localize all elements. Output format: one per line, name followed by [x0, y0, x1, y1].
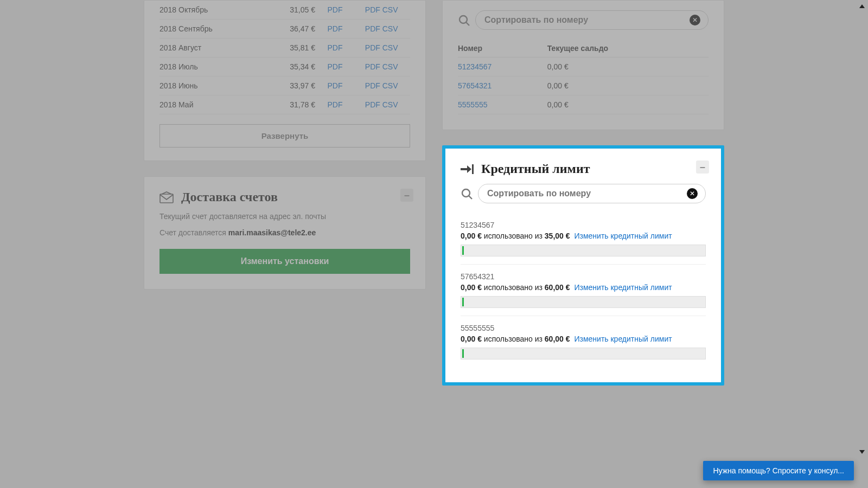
table-row: 576543210,00 €: [458, 76, 709, 95]
mail-icon: [159, 191, 174, 203]
credit-item: 576543210,00 € использовано из 60,00 € И…: [461, 265, 706, 316]
page-root: 2018 Октябрь31,05 €PDFPDF CSV2018 Сентяб…: [0, 0, 868, 444]
invoice-pdf2-link[interactable]: PDF: [365, 43, 380, 52]
balance-number-link[interactable]: 51234567: [458, 62, 492, 71]
table-row: 2018 Октябрь31,05 €PDFPDF CSV: [159, 1, 410, 20]
change-settings-button[interactable]: Изменить установки: [159, 249, 410, 274]
invoice-amount: 35,81 €: [290, 38, 327, 57]
credit-limit-card: – Кредитный лимит: [442, 145, 724, 386]
credit-progress: [461, 348, 706, 359]
change-credit-limit-link[interactable]: Изменить кредитный лимит: [574, 335, 672, 343]
invoice-csv-link[interactable]: CSV: [382, 81, 398, 90]
table-row: 55555550,00 €: [458, 95, 709, 114]
balance-value: 0,00 €: [547, 57, 709, 76]
svg-rect-0: [160, 194, 173, 203]
invoice-csv-link[interactable]: CSV: [382, 24, 398, 33]
invoice-pdf2-link[interactable]: PDF: [365, 24, 380, 33]
search-icon: [461, 188, 473, 200]
invoice-pdf-link[interactable]: PDF: [328, 62, 343, 71]
invoice-period: 2018 Октябрь: [159, 1, 290, 20]
invoice-pdf-link[interactable]: PDF: [328, 5, 343, 14]
help-widget[interactable]: Нужна помощь? Спросите у консул...: [703, 461, 854, 480]
credit-item-line: 0,00 € использовано из 60,00 € Изменить …: [461, 283, 706, 292]
credit-item-line: 0,00 € использовано из 60,00 € Изменить …: [461, 335, 706, 343]
change-credit-limit-link[interactable]: Изменить кредитный лимит: [574, 232, 672, 240]
table-row: 2018 Июнь33,97 €PDFPDF CSV: [159, 76, 410, 95]
credit-item: 512345670,00 € использовано из 35,00 € И…: [461, 213, 706, 265]
balance-value: 0,00 €: [547, 95, 709, 114]
credit-item-number: 55555555: [461, 324, 706, 332]
invoice-amount: 31,78 €: [290, 95, 327, 114]
search-icon: [458, 14, 470, 26]
invoice-pdf2-link[interactable]: PDF: [365, 100, 380, 109]
credit-item: 555555550,00 € использовано из 60,00 € И…: [461, 316, 706, 367]
invoice-period: 2018 Май: [159, 95, 290, 114]
invoice-card: 2018 Октябрь31,05 €PDFPDF CSV2018 Сентяб…: [144, 0, 426, 161]
invoice-pdf-link[interactable]: PDF: [328, 100, 343, 109]
invoice-period: 2018 Август: [159, 38, 290, 57]
invoice-pdf2-link[interactable]: PDF: [365, 62, 380, 71]
credit-item-number: 57654321: [461, 272, 706, 281]
clear-icon[interactable]: ✕: [687, 188, 698, 199]
table-row: 2018 Сентябрь36,47 €PDFPDF CSV: [159, 20, 410, 38]
table-row: 512345670,00 €: [458, 57, 709, 76]
invoice-csv-link[interactable]: CSV: [382, 100, 398, 109]
balance-table: Номер Текущее сальдо 512345670,00 €57654…: [458, 40, 709, 114]
svg-rect-2: [472, 164, 474, 174]
scroll-down-button[interactable]: [857, 447, 867, 457]
balance-head-bal: Текущее сальдо: [547, 40, 709, 57]
balance-number-link[interactable]: 57654321: [458, 81, 492, 90]
invoice-pdf-link[interactable]: PDF: [328, 24, 343, 33]
invoice-period: 2018 Июнь: [159, 76, 290, 95]
credit-item-number: 51234567: [461, 221, 706, 229]
invoice-csv-link[interactable]: CSV: [382, 5, 398, 14]
invoice-csv-link[interactable]: CSV: [382, 62, 398, 71]
credit-progress: [461, 296, 706, 308]
delivery-title: Доставка счетов: [181, 190, 278, 204]
balance-search-input[interactable]: [483, 15, 681, 25]
balance-card: ✕ Номер Текущее сальдо 512345670,00 €576…: [442, 0, 724, 130]
credit-search-input[interactable]: [486, 188, 679, 199]
table-row: 2018 Май31,78 €PDFPDF CSV: [159, 95, 410, 114]
delivery-card: – Доставка счетов Текущий счет доставляе…: [144, 176, 426, 290]
balance-number-link[interactable]: 5555555: [458, 100, 488, 109]
delivery-line2: Счет доставляется mari.maasikas@tele2.ee: [159, 228, 410, 237]
credit-title: Кредитный лимит: [481, 162, 590, 176]
collapse-toggle[interactable]: –: [696, 160, 709, 174]
delivery-line2-prefix: Счет доставляется: [159, 228, 228, 237]
invoice-amount: 33,97 €: [290, 76, 327, 95]
invoice-csv-link[interactable]: CSV: [382, 43, 398, 52]
scroll-up-button[interactable]: [857, 1, 867, 11]
invoice-pdf2-link[interactable]: PDF: [365, 81, 380, 90]
clear-icon[interactable]: ✕: [690, 15, 700, 25]
credit-search[interactable]: ✕: [478, 184, 706, 203]
invoice-period: 2018 Июль: [159, 57, 290, 76]
expand-button[interactable]: Развернуть: [159, 124, 410, 147]
invoice-pdf-link[interactable]: PDF: [328, 43, 343, 52]
invoice-table: 2018 Октябрь31,05 €PDFPDF CSV2018 Сентяб…: [159, 1, 410, 114]
credit-item-line: 0,00 € использовано из 35,00 € Изменить …: [461, 232, 706, 240]
arrow-to-bar-icon: [461, 164, 474, 175]
svg-point-1: [459, 16, 467, 23]
balance-head-num: Номер: [458, 40, 547, 57]
table-row: 2018 Август35,81 €PDFPDF CSV: [159, 38, 410, 57]
table-row: 2018 Июль35,34 €PDFPDF CSV: [159, 57, 410, 76]
invoice-pdf-link[interactable]: PDF: [328, 81, 343, 90]
left-column: 2018 Октябрь31,05 €PDFPDF CSV2018 Сентяб…: [144, 0, 426, 305]
change-credit-limit-link[interactable]: Изменить кредитный лимит: [574, 283, 672, 292]
credit-progress: [461, 245, 706, 256]
balance-search[interactable]: ✕: [475, 10, 709, 30]
right-column: ✕ Номер Текущее сальдо 512345670,00 €576…: [442, 0, 724, 401]
collapse-toggle[interactable]: –: [400, 189, 413, 202]
invoice-pdf2-link[interactable]: PDF: [365, 5, 380, 14]
invoice-amount: 31,05 €: [290, 1, 327, 20]
invoice-amount: 36,47 €: [290, 20, 327, 38]
delivery-line1: Текущий счет доставляется на адрес эл. п…: [159, 212, 410, 221]
delivery-email: mari.maasikas@tele2.ee: [228, 228, 316, 237]
svg-point-3: [462, 189, 470, 197]
invoice-amount: 35,34 €: [290, 57, 327, 76]
invoice-period: 2018 Сентябрь: [159, 20, 290, 38]
balance-value: 0,00 €: [547, 76, 709, 95]
